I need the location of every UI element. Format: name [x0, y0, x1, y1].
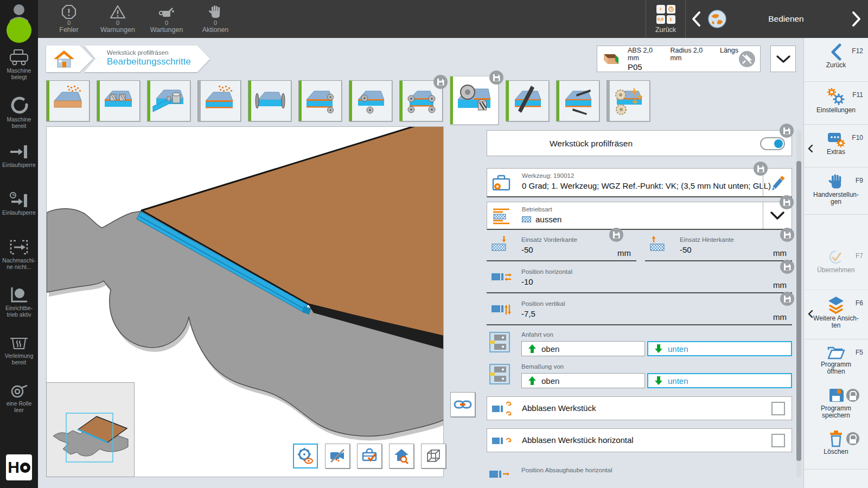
- step-state-bar: [248, 81, 251, 121]
- camera-off-icon: [329, 447, 346, 465]
- save-badge-icon: [780, 292, 794, 306]
- status-nachmaschine: Nachmaschi- ne nicht...: [0, 239, 38, 284]
- fkey-spacer: [804, 470, 868, 488]
- status-aktionen[interactable]: 0 Aktionen: [194, 3, 237, 34]
- step-thumb-trim-rollers[interactable]: [298, 80, 342, 121]
- einsatz-hinterkante-field[interactable]: Einsatz Hinterkante -50 mm: [645, 234, 792, 261]
- step-thumb-buffing[interactable]: [607, 80, 650, 121]
- step-thumb-flat-scraper[interactable]: [556, 80, 599, 121]
- step-thumb-pressure-discs[interactable]: [248, 80, 291, 121]
- home-zoom-icon: [393, 447, 410, 465]
- arrow-down-green-icon: [655, 344, 662, 353]
- home-zoom-button[interactable]: [389, 444, 414, 468]
- step-thumb-scraper[interactable]: [506, 80, 549, 121]
- toolbox-icon: [492, 174, 511, 192]
- link-values-button[interactable]: [450, 392, 475, 417]
- status-fehler[interactable]: 0 Fehler: [48, 3, 90, 34]
- camera-off-button[interactable]: [325, 444, 350, 468]
- abblasen-horizontal-checkbox[interactable]: [771, 434, 785, 447]
- aussen-mini-icon: [522, 216, 531, 222]
- anfahrt-unten-button[interactable]: unten: [647, 341, 792, 356]
- save-badge-icon: [780, 228, 794, 242]
- step-thumb-edge-feed[interactable]: [147, 80, 190, 121]
- bemassung-unten-button[interactable]: unten: [647, 373, 792, 388]
- arrow-down-green-icon: [655, 376, 662, 385]
- material-type: ABS 2,0 mm: [628, 47, 663, 62]
- step-state-bar: [400, 81, 403, 121]
- empty-roll-icon: [9, 382, 29, 399]
- machine-status-sidebar: Maschine belegt Maschine bereit Einlaufs…: [0, 0, 38, 488]
- step-thumb-four-rollers[interactable]: [399, 80, 443, 121]
- status-einlaufsperre-2: Einlaufsperre: [0, 191, 38, 236]
- bemassung-oben-button[interactable]: oben: [521, 373, 645, 388]
- panel-title: Werkstück profilfräsen: [550, 139, 633, 149]
- material-dropdown-button[interactable]: [770, 46, 796, 72]
- oil-can-icon: [158, 4, 175, 20]
- step-state-bar: [349, 81, 352, 121]
- back-button[interactable]: i 0,0 1 Zurück: [646, 0, 686, 38]
- fkey-programm-oeffnen[interactable]: F5 Programm öffnen: [804, 345, 868, 381]
- betriebsart-field[interactable]: Betriebsart aussen: [487, 202, 792, 230]
- status-maschine-bereit: Maschine bereit: [0, 95, 38, 141]
- fkey-extras[interactable]: F10 Extras: [804, 130, 868, 168]
- material-info-box[interactable]: ABS 2,0 mm Radius 2,0 mm Längs P05: [597, 46, 761, 72]
- status-einrichtbetrieb: Einrichtbe- trieb aktiv: [0, 286, 38, 332]
- step-thumb-spray-edges[interactable]: [197, 80, 241, 121]
- fkey-loeschen[interactable]: Löschen: [804, 430, 868, 470]
- step-icon-trim: [303, 85, 336, 115]
- page-title: Bedienen: [727, 14, 845, 24]
- step-enable-header: Werkstück profilfräsen: [487, 130, 792, 156]
- werkzeug-field[interactable]: Werkzeug: 190012 0 Grad; 1. Werkzeug; WG…: [487, 168, 792, 197]
- step-thumb-milling-rollers[interactable]: [97, 80, 140, 121]
- fkey-einstellungen[interactable]: F11 Einstellungen: [804, 87, 868, 125]
- fkey-handverstellungen[interactable]: F9 Handverstellun- gen: [804, 173, 868, 215]
- abblasen-werkstueck-checkbox[interactable]: [771, 402, 785, 415]
- hand-icon: [207, 4, 224, 20]
- position-vertikal-field[interactable]: Position vertikal -7,5 mm: [487, 298, 792, 325]
- step-thumb-profile-milling[interactable]: [450, 76, 499, 125]
- chevron-left-blue-icon: [829, 43, 843, 61]
- toolbox-check-button[interactable]: [357, 444, 382, 468]
- infeed-stop-icon: [9, 143, 29, 160]
- extras-tag-icon: [826, 130, 846, 147]
- step-enable-toggle[interactable]: [760, 137, 785, 150]
- abblasen-horizontal-row[interactable]: Abblasen Werkstück horizontal: [487, 428, 792, 452]
- absaughaube-icon: [489, 468, 509, 480]
- step-thumb-corner-rollers[interactable]: [349, 80, 392, 121]
- homag-logo: H: [6, 454, 32, 480]
- status-warnungen[interactable]: 0 Warnungen: [97, 3, 139, 34]
- coords-tile-icon: 0,0: [656, 15, 665, 24]
- chevron-down-icon: [770, 211, 784, 220]
- step-state-bar: [299, 81, 302, 121]
- status-rolle-leer: eine Rolle leer: [0, 382, 38, 427]
- count-tile-icon: 1: [667, 15, 675, 24]
- unpin-icon[interactable]: [738, 50, 756, 68]
- abblasen-werkstueck-row[interactable]: Abblasen Werkstück: [487, 396, 792, 420]
- absaughaube-row-partial[interactable]: Position Absaughaube horizontal: [487, 459, 792, 480]
- status-wartungen[interactable]: 0 Wartungen: [145, 3, 188, 34]
- werkzeug-edit-button[interactable]: [763, 169, 792, 196]
- gears-icon: [826, 87, 846, 106]
- expander-chevron-icon[interactable]: [808, 310, 813, 318]
- position-horizontal-field[interactable]: Position horizontal -10 mm: [487, 266, 792, 293]
- info-tile-icon: i: [656, 5, 665, 14]
- show-tool-button[interactable]: [293, 444, 318, 468]
- user-status-indicator[interactable]: [0, 2, 38, 44]
- step-thumb-gluing-spray[interactable]: [46, 80, 90, 121]
- apply-check-icon: [827, 248, 845, 266]
- nav-previous-button[interactable]: [685, 11, 707, 27]
- cube-view-button[interactable]: [421, 444, 446, 468]
- einsatz-vorderkante-field[interactable]: Einsatz Vorderkante -50 mm: [487, 234, 636, 261]
- fkey-zurueck[interactable]: F12 Zurück: [804, 43, 868, 82]
- nav-next-button[interactable]: [845, 11, 868, 27]
- panel-scrollbar[interactable]: [796, 161, 801, 461]
- function-key-sidebar: F12 Zurück F11 Einstellungen F10: [803, 38, 868, 488]
- home-breadcrumb-button[interactable]: [46, 46, 93, 72]
- expander-chevron-icon[interactable]: [808, 144, 813, 153]
- viewport-minimap[interactable]: [46, 382, 135, 477]
- warning-triangle-icon: [110, 4, 126, 20]
- breadcrumb-current-step[interactable]: Werkstück profilfräsen Bearbeitungsschri…: [84, 46, 210, 72]
- anfahrt-oben-button[interactable]: oben: [521, 341, 645, 356]
- fkey-programm-speichern[interactable]: Programm speichern: [804, 387, 868, 425]
- fkey-weitere-ansichten[interactable]: F6 Weitere Ansich- ten: [804, 296, 868, 339]
